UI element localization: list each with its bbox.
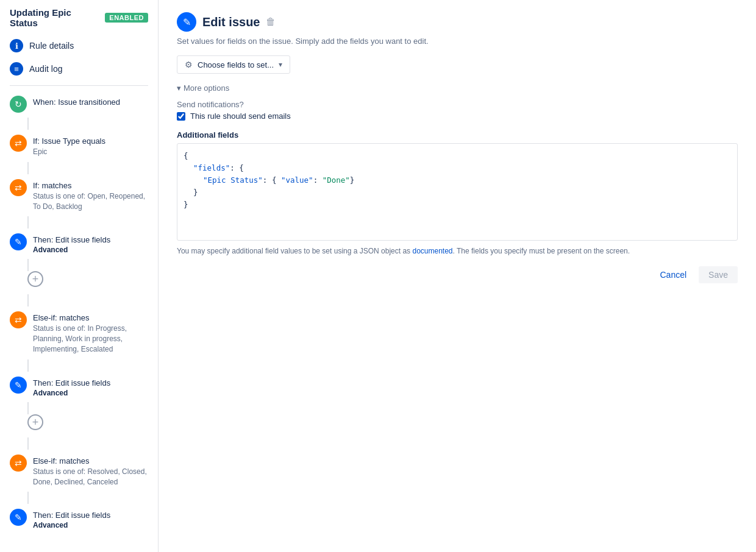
then2-icon: ✎ (10, 377, 27, 394)
then1-icon: ✎ (10, 233, 27, 250)
then3-label: Then: Edit issue fields (33, 511, 153, 520)
left-panel: Updating Epic Status ENABLED ℹ Rule deta… (0, 0, 159, 552)
then1-label: Then: Edit issue fields (33, 235, 153, 244)
nav-audit-log[interactable]: ≡ Audit log (0, 57, 158, 80)
flow-item-if2[interactable]: ⇄ If: matches Status is one of: Open, Re… (10, 174, 158, 217)
elseif2-sublabel: Status is one of: Resolved, Closed, Done… (33, 467, 153, 487)
then3-advanced: Advanced (33, 521, 153, 529)
flow-item-then1[interactable]: ✎ Then: Edit issue fields Advanced (10, 228, 158, 259)
then3-icon: ✎ (10, 509, 27, 526)
elseif1-icon: ⇄ (10, 311, 27, 328)
connector-1 (27, 118, 29, 130)
json-line-3: "Epic Status": { "value": "Done"} (184, 175, 354, 185)
add-button-1[interactable]: + (27, 271, 43, 287)
right-panel: ✎ Edit issue 🗑 Set values for fields on … (159, 0, 756, 552)
action-buttons: Cancel Save (177, 266, 738, 283)
flow-item-elseif1[interactable]: ⇄ Else-if: matches Status is one of: In … (10, 306, 158, 359)
json-line-5: } (184, 200, 188, 209)
if2-icon: ⇄ (10, 179, 27, 196)
connector-8 (27, 437, 29, 450)
flow-item-when[interactable]: ↻ When: Issue transitioned (10, 91, 158, 118)
then2-label: Then: Edit issue fields (33, 378, 153, 387)
when-icon: ↻ (10, 96, 27, 113)
elseif1-content: Else-if: matches Status is one of: In Pr… (33, 311, 153, 354)
json-note-suffix: . The fields you specify must be present… (453, 247, 630, 255)
elseif2-content: Else-if: matches Status is one of: Resol… (33, 455, 153, 487)
flow-item-then3[interactable]: ✎ Then: Edit issue fields Advanced (10, 504, 158, 534)
if1-content: If: Issue Type equals Epic (33, 135, 153, 157)
json-line-4: } (184, 188, 198, 197)
when-label: When: Issue transitioned (33, 97, 153, 107)
then1-advanced: Advanced (33, 246, 153, 254)
audit-log-icon: ≡ (10, 62, 23, 76)
send-emails-checkbox[interactable] (177, 112, 185, 121)
page-title: Updating Epic Status (10, 7, 99, 28)
cancel-button[interactable]: Cancel (652, 266, 694, 283)
then3-content: Then: Edit issue fields Advanced (33, 509, 153, 529)
when-content: When: Issue transitioned (33, 96, 153, 107)
elseif2-icon: ⇄ (10, 455, 27, 472)
json-line-2: "fields": { (184, 163, 244, 172)
nav-audit-log-label: Audit log (29, 64, 62, 74)
rule-details-icon: ℹ (10, 39, 23, 52)
connector-2 (27, 162, 29, 174)
more-options-label: More options (184, 83, 229, 93)
json-line-1: { (184, 151, 188, 160)
choose-fields-label: Choose fields to set... (198, 60, 274, 69)
nav-rule-details-label: Rule details (29, 41, 74, 51)
then1-content: Then: Edit issue fields Advanced (33, 233, 153, 254)
then2-advanced: Advanced (33, 389, 153, 397)
status-badge: ENABLED (105, 13, 148, 23)
page-header: Updating Epic Status ENABLED (0, 0, 158, 34)
if1-label: If: Issue Type equals (33, 136, 153, 146)
edit-subtitle: Set values for fields on the issue. Simp… (177, 37, 738, 46)
flow-container: ↻ When: Issue transitioned ⇄ If: Issue T… (0, 91, 158, 534)
chevron-down-icon: ▾ (279, 60, 282, 69)
if1-sublabel: Epic (33, 147, 153, 157)
connector-5 (27, 294, 29, 306)
documented-link[interactable]: documented (412, 247, 452, 255)
edit-issue-title: Edit issue (202, 15, 260, 29)
elseif1-label: Else-if: matches (33, 313, 153, 322)
flow-item-elseif2[interactable]: ⇄ Else-if: matches Status is one of: Res… (10, 450, 158, 492)
json-note-prefix: You may specify additional field values … (177, 247, 412, 255)
nav-divider (10, 85, 148, 86)
connector-7 (27, 402, 29, 414)
edit-issue-icon: ✎ (177, 12, 196, 32)
elseif2-label: Else-if: matches (33, 456, 153, 465)
connector-9 (27, 492, 29, 504)
send-emails-checkbox-label[interactable]: This rule should send emails (190, 111, 291, 121)
if2-content: If: matches Status is one of: Open, Reop… (33, 179, 153, 212)
trash-icon[interactable]: 🗑 (266, 16, 276, 27)
additional-fields-label: Additional fields (177, 130, 738, 140)
edit-issue-header: ✎ Edit issue 🗑 (177, 12, 738, 32)
more-options-toggle[interactable]: ▾ More options (177, 83, 738, 93)
choose-fields-button[interactable]: ⚙ Choose fields to set... ▾ (177, 55, 290, 74)
then2-content: Then: Edit issue fields Advanced (33, 377, 153, 397)
add-button-2[interactable]: + (27, 414, 43, 430)
send-notifications-label: Send notifications? (177, 100, 738, 109)
chevron-down-small-icon: ▾ (177, 83, 181, 93)
flow-item-if1[interactable]: ⇄ If: Issue Type equals Epic (10, 130, 158, 162)
json-note: You may specify additional field values … (177, 246, 738, 257)
nav-rule-details[interactable]: ℹ Rule details (0, 34, 158, 57)
json-editor[interactable]: { "fields": { "Epic Status": { "value": … (177, 143, 738, 241)
connector-4 (27, 259, 29, 271)
send-emails-row: This rule should send emails (177, 111, 738, 121)
if1-icon: ⇄ (10, 135, 27, 152)
connector-6 (27, 359, 29, 372)
connector-3 (27, 216, 29, 228)
flow-item-then2[interactable]: ✎ Then: Edit issue fields Advanced (10, 372, 158, 402)
if2-label: If: matches (33, 181, 153, 190)
elseif1-sublabel: Status is one of: In Progress, Planning,… (33, 324, 153, 354)
gear-icon: ⚙ (185, 60, 193, 69)
if2-sublabel: Status is one of: Open, Reopened, To Do,… (33, 191, 153, 212)
save-button: Save (699, 266, 738, 283)
